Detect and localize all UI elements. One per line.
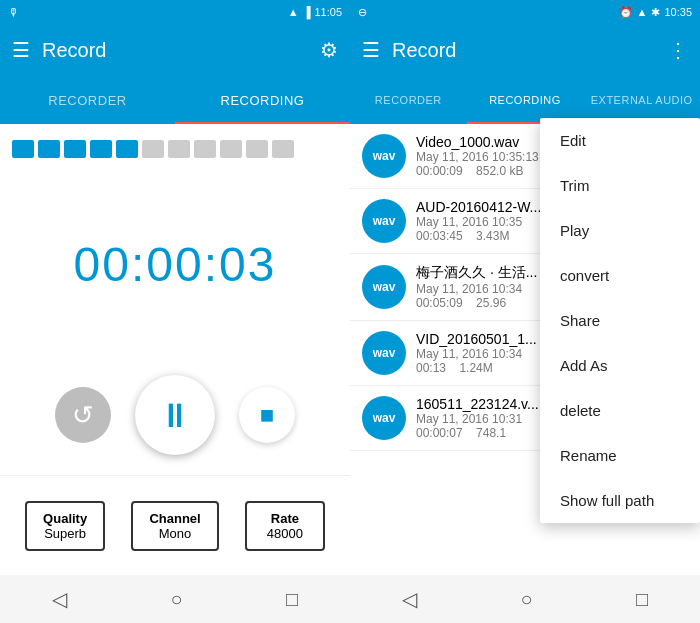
reset-icon: ↺ <box>72 400 94 431</box>
right-panel: ⊖ ⏰ ▲ ✱ 10:35 ☰ Record ⋮ RECORDER RECORD… <box>350 0 700 623</box>
tab-recording-left[interactable]: RECORDING <box>175 76 350 124</box>
context-menu: Edit Trim Play convert Share Add As dele… <box>540 118 700 523</box>
context-menu-show-full-path[interactable]: Show full path <box>540 478 700 523</box>
wave-block-11 <box>272 140 294 158</box>
context-menu-play[interactable]: Play <box>540 208 700 253</box>
pause-button[interactable]: ⏸ <box>135 375 215 455</box>
controls-area: ↺ ⏸ ■ <box>0 355 350 475</box>
wav-badge-1: wav <box>362 134 406 178</box>
context-menu-edit[interactable]: Edit <box>540 118 700 163</box>
stop-icon: ■ <box>260 401 275 429</box>
tabs-left: RECORDER RECORDING <box>0 76 350 124</box>
context-menu-convert[interactable]: convert <box>540 253 700 298</box>
context-menu-delete[interactable]: delete <box>540 388 700 433</box>
menu-icon-right[interactable]: ☰ <box>362 38 380 62</box>
pause-icon: ⏸ <box>158 396 192 435</box>
app-title-left: Record <box>42 39 308 62</box>
back-button-right[interactable]: ◁ <box>382 579 437 619</box>
battery-icon: ▐ <box>303 6 311 18</box>
status-bar-left: 🎙 ▲ ▐ 11:05 <box>0 0 350 24</box>
context-menu-add-as[interactable]: Add As <box>540 343 700 388</box>
time-right: 10:35 <box>664 6 692 18</box>
home-button-right[interactable]: ○ <box>500 580 552 619</box>
recents-button-left[interactable]: □ <box>266 580 318 619</box>
rate-label: Rate <box>271 511 299 526</box>
tab-recorder-left[interactable]: RECORDER <box>0 76 175 124</box>
top-bar-left: ☰ Record ⚙ <box>0 24 350 76</box>
tabs-right: RECORDER RECORDING EXTERNAL AUDIO <box>350 76 700 124</box>
rate-value: 48000 <box>267 526 303 541</box>
clock-icon-right: ⏰ <box>619 6 633 19</box>
home-button-left[interactable]: ○ <box>150 580 202 619</box>
tab-recording-right[interactable]: RECORDING <box>467 76 584 124</box>
wav-badge-5: wav <box>362 396 406 440</box>
alarm-icon-right: ⊖ <box>358 6 367 19</box>
wave-block-7 <box>168 140 190 158</box>
quality-value: Superb <box>44 526 86 541</box>
more-icon-right[interactable]: ⋮ <box>668 38 688 62</box>
menu-icon-left[interactable]: ☰ <box>12 38 30 62</box>
context-menu-trim[interactable]: Trim <box>540 163 700 208</box>
timer-display: 00:00:03 <box>74 237 277 292</box>
context-menu-rename[interactable]: Rename <box>540 433 700 478</box>
wave-block-9 <box>220 140 242 158</box>
wav-badge-4: wav <box>362 331 406 375</box>
wave-block-3 <box>64 140 86 158</box>
timer-area: 00:00:03 <box>0 174 350 355</box>
quality-bar: Quality Superb Channel Mono Rate 48000 <box>0 475 350 575</box>
wifi-icon: ▲ <box>288 6 299 18</box>
settings-icon[interactable]: ⚙ <box>320 38 338 62</box>
channel-label: Channel <box>149 511 200 526</box>
waveform-area <box>0 124 350 174</box>
wave-block-8 <box>194 140 216 158</box>
quality-item-rate: Rate 48000 <box>245 501 325 551</box>
time-left: 11:05 <box>314 6 342 18</box>
nav-bar-right: ◁ ○ □ <box>350 575 700 623</box>
wave-block-1 <box>12 140 34 158</box>
tab-external-audio[interactable]: EXTERNAL AUDIO <box>583 76 700 124</box>
wave-block-2 <box>38 140 60 158</box>
quality-label: Quality <box>43 511 87 526</box>
quality-item-quality: Quality Superb <box>25 501 105 551</box>
tab-recorder-right[interactable]: RECORDER <box>350 76 467 124</box>
wifi-icon-right: ▲ <box>637 6 648 18</box>
top-bar-right: ☰ Record ⋮ <box>350 24 700 76</box>
back-button-left[interactable]: ◁ <box>32 579 87 619</box>
wav-badge-2: wav <box>362 199 406 243</box>
channel-value: Mono <box>159 526 192 541</box>
wave-block-6 <box>142 140 164 158</box>
app-title-right: Record <box>392 39 656 62</box>
bluetooth-icon-right: ✱ <box>651 6 660 19</box>
wave-block-10 <box>246 140 268 158</box>
status-bar-right: ⊖ ⏰ ▲ ✱ 10:35 <box>350 0 700 24</box>
wave-block-5 <box>116 140 138 158</box>
quality-item-channel: Channel Mono <box>131 501 218 551</box>
microphone-icon: 🎙 <box>8 6 19 18</box>
recents-button-right[interactable]: □ <box>616 580 668 619</box>
context-menu-share[interactable]: Share <box>540 298 700 343</box>
stop-button[interactable]: ■ <box>239 387 295 443</box>
wave-block-4 <box>90 140 112 158</box>
wav-badge-3: wav <box>362 265 406 309</box>
left-panel: 🎙 ▲ ▐ 11:05 ☰ Record ⚙ RECORDER RECORDIN… <box>0 0 350 623</box>
nav-bar-left: ◁ ○ □ <box>0 575 350 623</box>
reset-button[interactable]: ↺ <box>55 387 111 443</box>
